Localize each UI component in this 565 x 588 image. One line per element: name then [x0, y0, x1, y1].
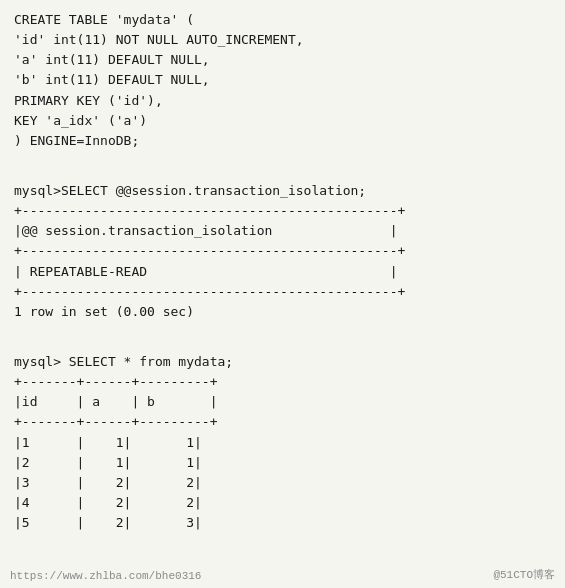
select-isolation-code: mysql>SELECT @@session.transaction_isola… [14, 181, 551, 322]
watermark-left: https://www.zhlba.com/bhe0316 [10, 570, 201, 582]
terminal-output: CREATE TABLE 'mydata' ( 'id' int(11) NOT… [14, 10, 551, 533]
create-table-section: CREATE TABLE 'mydata' ( 'id' int(11) NOT… [14, 10, 551, 151]
select-mydata-code: mysql> SELECT * from mydata; +-------+--… [14, 352, 551, 533]
watermark-right: @51CTO博客 [493, 567, 555, 582]
spacer1 [14, 161, 551, 171]
select-mydata-section: mysql> SELECT * from mydata; +-------+--… [14, 352, 551, 533]
create-table-code: CREATE TABLE 'mydata' ( 'id' int(11) NOT… [14, 10, 551, 151]
spacer2 [14, 332, 551, 342]
select-isolation-section: mysql>SELECT @@session.transaction_isola… [14, 181, 551, 322]
